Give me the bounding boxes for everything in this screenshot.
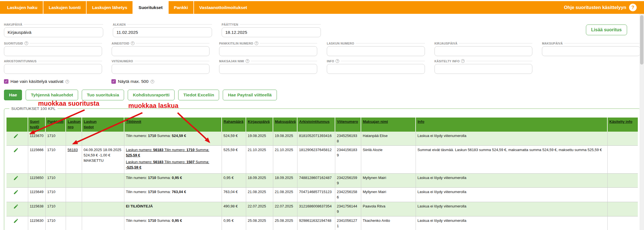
input-info[interactable] — [327, 64, 425, 74]
label-rule — [240, 24, 321, 25]
cell-arkistointitunnus: 3121686008637354 — [297, 202, 335, 216]
kohdistusraportti-button[interactable]: Kohdistusraportti — [128, 90, 175, 100]
sort-link[interactable]: Viitenumero — [337, 120, 358, 124]
filter-row-3: ARKISTOINTITUNNUSVIITENUMEROMAKSAJAN NIM… — [4, 59, 640, 74]
field-label-row: PÄÄTTYEN — [222, 22, 321, 26]
cell-laskun-tiedot — [82, 202, 124, 216]
cell-info: Laskua ei löydy viitenumerolla — [416, 216, 607, 230]
cell-viitenumero: 23452561938 — [335, 132, 361, 146]
hae-paytrail-viitteella-button[interactable]: Hae Paytrail viitteellä — [223, 90, 277, 100]
cell-edit — [6, 173, 28, 188]
tab-vastaanottoilmoitukset[interactable]: Vastaanottoilmoitukset — [193, 1, 253, 14]
sort-link[interactable]: SuoritusID — [30, 120, 39, 129]
cell-arkistointitunnus: 1812906237645812 — [297, 146, 335, 173]
input-pankkitilin-numero[interactable] — [219, 46, 317, 56]
tab-laskujen-luonti[interactable]: Laskujen luonti — [43, 1, 86, 14]
help-link[interactable]: Ohje suoritusten käsittelyyn — [564, 5, 626, 10]
sort-link[interactable]: Laskunnro — [68, 120, 81, 129]
cell-laskun-tiedot — [82, 188, 124, 202]
field-suoritusid: SUORITUSID? — [4, 41, 102, 56]
info-question-icon: ? — [246, 59, 249, 63]
cell-maksajan-nimi: Tkachenko Antto — [361, 216, 416, 230]
edit-pencil-icon[interactable] — [13, 204, 19, 211]
col-header-laskun-tiedot: Laskuntiedot — [82, 118, 124, 132]
posting-text: Tilin numero: 1710 Summa: 524,59 € — [126, 133, 220, 139]
edit-pencil-icon[interactable] — [13, 175, 19, 182]
help-area[interactable]: Ohje suoritusten käsittelyyn ? — [564, 1, 637, 14]
cell-laskun-nro: 56183 — [66, 146, 82, 173]
input-maksupaiva[interactable] — [542, 46, 640, 56]
cell-suoritus-id: 1115670 — [28, 132, 45, 146]
cell-suoritus-id: 1115649 — [28, 188, 45, 202]
cell-kirjauspaiva: 19.08.2025 — [246, 132, 273, 146]
tiedot-exceliin-button[interactable]: Tiedot Exceliin — [178, 90, 219, 100]
tuo-suorituksia-button[interactable]: Tuo suorituksia — [82, 90, 124, 100]
checkbox-box[interactable]: ✓ — [111, 79, 116, 84]
input-laskun-numero[interactable] — [327, 46, 425, 56]
input-viitenumero[interactable] — [112, 64, 210, 74]
posting-link[interactable]: Laskun numero: 56183 Tilin numero: 1507 … — [126, 160, 220, 170]
sort-link[interactable]: Maksupäivä — [275, 120, 296, 124]
sort-link[interactable]: Tiliöinnit — [126, 120, 141, 124]
filter-row-1-fields: HAKUPÄIVÄKirjauspäiväALKAEN11.02.2025PÄÄ… — [4, 22, 321, 37]
cell-kirjauspaiva: 21.10.2025 — [246, 146, 273, 173]
input-hakupaiva[interactable]: Kirjauspäivä — [4, 27, 103, 37]
vertical-scrollbar[interactable] — [639, 14, 644, 230]
label-rule — [134, 61, 209, 61]
field-label: PANKKITILIN NUMERO — [219, 42, 253, 45]
cell-maksupaiva: 19.08.2025 — [273, 132, 297, 146]
edit-pencil-icon[interactable] — [13, 218, 19, 225]
sort-link[interactable]: Arkistointitunnus — [299, 120, 330, 124]
sort-link[interactable]: Maksajan nimi — [363, 120, 388, 124]
search-button[interactable]: Hae — [4, 90, 22, 100]
input-suoritusid[interactable] — [4, 46, 102, 56]
invoice-number-link[interactable]: 56183 — [68, 148, 78, 152]
input-alkaen[interactable]: 11.02.2025 — [113, 27, 212, 37]
tyhjenna-hakuehdot-button[interactable]: Tyhjennä hakuehdot — [26, 90, 78, 100]
cell-maksajan-nimi: Siirilä Alozie — [361, 146, 416, 173]
scrollbar-thumb[interactable] — [640, 15, 643, 65]
field-label-row: LASKUN NUMERO — [327, 41, 425, 45]
sort-link[interactable]: Rahamäärä — [224, 120, 243, 124]
checkbox-box[interactable]: ✓ — [4, 79, 8, 84]
cell-tilioinnit: Laskun numero: 56183 Tilin numero: 1710 … — [124, 146, 222, 173]
tab-suoritukset[interactable]: Suoritukset — [133, 1, 168, 14]
tab-laskujen-lahetys[interactable]: Laskujen lähetys — [86, 1, 133, 14]
cell-viitenumero: 23417561449 — [335, 202, 361, 216]
field-paattyen: PÄÄTTYEN18.12.2025 — [222, 22, 321, 37]
edit-pencil-icon[interactable] — [13, 147, 19, 154]
edit-pencil-icon[interactable] — [13, 189, 19, 196]
label-rule — [260, 43, 317, 43]
tab-bar: Laskujen hakuLaskujen luontiLaskujen läh… — [2, 1, 252, 14]
sort-link[interactable]: Laskuntiedot — [84, 120, 97, 129]
sort-link[interactable]: Käsitelty info — [609, 120, 632, 124]
input-kasitelty-info[interactable] — [435, 64, 533, 74]
field-label-row: PANKKITILIN NUMERO? — [219, 41, 317, 45]
sort-link[interactable]: Kirjauspäivä — [248, 120, 270, 124]
cell-maksupaiva: 22.07.2025 — [273, 202, 297, 216]
cell-viitenumero: 23410561271 — [335, 216, 361, 230]
help-question-icon[interactable]: ? — [629, 4, 637, 11]
add-payment-button[interactable]: Lisää suoritus — [586, 25, 627, 35]
input-aineistoid[interactable] — [112, 46, 210, 56]
input-maksajan-nimi[interactable] — [219, 64, 317, 74]
tab-laskujen-haku[interactable]: Laskujen haku — [2, 1, 43, 14]
tab-pankki[interactable]: Pankki — [168, 1, 193, 14]
field-label-row: ALKAEN — [113, 22, 212, 26]
input-paattyen[interactable]: 18.12.2025 — [222, 27, 321, 37]
input-arkistointitunnus[interactable] — [4, 64, 102, 74]
label-rule — [356, 43, 425, 43]
field-hakupaiva: HAKUPÄIVÄKirjauspäivä — [4, 22, 103, 37]
filter-row-1: HAKUPÄIVÄKirjauspäiväALKAEN11.02.2025PÄÄ… — [4, 22, 640, 37]
app-window: Laskujen hakuLaskujen luontiLaskujen läh… — [0, 0, 644, 230]
sort-link[interactable]: Info — [418, 120, 424, 124]
edit-pencil-icon[interactable] — [13, 133, 19, 140]
field-label-row: MAKSUPÄIVÄ — [542, 41, 640, 45]
cell-info: Laskua ei löydy viitenumerolla — [416, 132, 607, 146]
posting-link[interactable]: Laskun numero: 56183 Tilin numero: 1710 … — [126, 147, 220, 158]
input-kirjauspaiva[interactable] — [435, 46, 533, 56]
col-header-info: Info — [416, 118, 607, 132]
sort-link[interactable]: Pankkitili — [47, 120, 63, 124]
checkbox-hae-vain-kasittelya-vaativat[interactable]: ✓Hae vain käsittelyä vaativat? — [4, 79, 111, 84]
checkbox-nayta-max-500[interactable]: ✓Näytä max. 500? — [111, 79, 154, 84]
